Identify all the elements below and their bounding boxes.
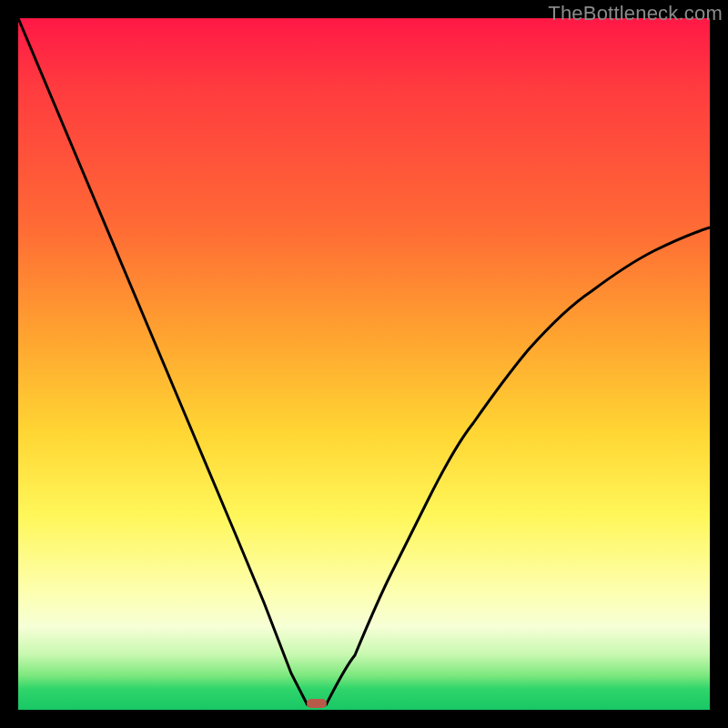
curve-right-branch [326, 228, 710, 705]
vertex-marker [307, 699, 327, 708]
bottleneck-curve [18, 18, 710, 710]
watermark-text: TheBottleneck.com [548, 2, 723, 25]
curve-left-branch [18, 18, 308, 705]
plot-area [18, 18, 710, 710]
